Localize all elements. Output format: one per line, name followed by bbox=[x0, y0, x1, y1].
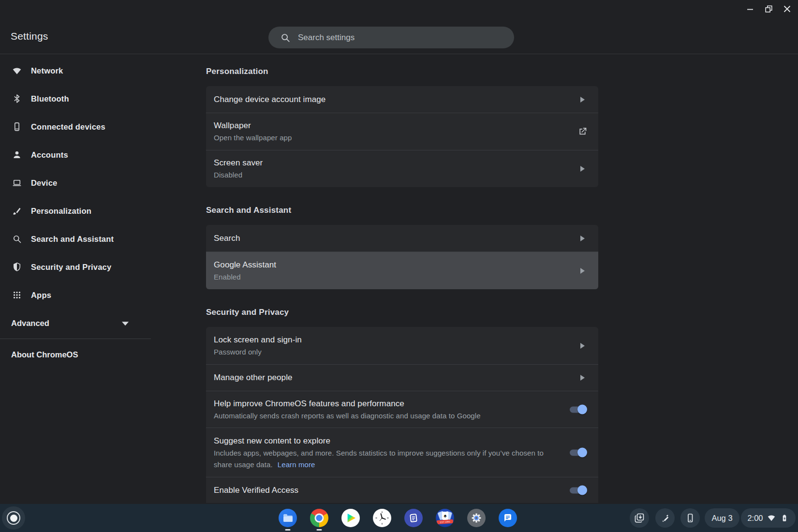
chevron-right-icon bbox=[580, 236, 585, 241]
wifi-icon bbox=[12, 66, 22, 75]
brush-icon bbox=[12, 206, 22, 216]
sidebar-advanced-expander[interactable]: Advanced bbox=[0, 309, 155, 337]
ribbon-banner: EST 1990 bbox=[437, 519, 453, 524]
shelf: ♠ EST 1990 bbox=[0, 504, 798, 532]
chromeos-desktop: Settings bbox=[0, 0, 798, 532]
apps-grid-icon bbox=[12, 290, 22, 300]
screen-capture-button[interactable] bbox=[630, 508, 649, 528]
row-title: Manage other people bbox=[214, 372, 552, 384]
row-google-assistant[interactable]: Google Assistant Enabled bbox=[206, 251, 598, 289]
row-title: Help improve ChromeOS features and perfo… bbox=[214, 398, 552, 410]
chat-bubble-glyph bbox=[502, 512, 514, 524]
row-title: Wallpaper bbox=[214, 120, 552, 132]
time-label: 2:00 bbox=[747, 514, 763, 523]
play-store-app-icon[interactable] bbox=[341, 509, 360, 527]
row-enable-verified-access[interactable]: Enable Verified Access bbox=[206, 477, 598, 503]
row-title: Google Assistant bbox=[214, 259, 552, 271]
system-tray-button[interactable]: 2:00 bbox=[741, 508, 796, 528]
row-title: Enable Verified Access bbox=[214, 485, 552, 496]
chevron-right-icon bbox=[580, 97, 585, 103]
learn-more-link[interactable]: Learn more bbox=[278, 460, 315, 469]
clock-glyph bbox=[374, 510, 390, 526]
clock-app-icon[interactable] bbox=[373, 509, 391, 527]
play-triangle-glyph bbox=[347, 514, 355, 522]
running-indicator bbox=[285, 529, 291, 531]
launcher-button[interactable] bbox=[2, 506, 25, 530]
notes-app-icon[interactable] bbox=[404, 509, 423, 527]
row-subtitle: Automatically sends crash reports as wel… bbox=[214, 411, 552, 421]
sidebar-item-label: Device bbox=[31, 178, 57, 188]
row-change-device-account-image[interactable]: Change device account image bbox=[206, 86, 598, 113]
row-title: Suggest new content to explore bbox=[214, 435, 552, 447]
toggle-verified-access[interactable] bbox=[570, 487, 587, 493]
row-help-improve-chromeos[interactable]: Help improve ChromeOS features and perfo… bbox=[206, 391, 598, 428]
restore-button[interactable] bbox=[761, 1, 776, 16]
personalization-card: Change device account image Wallpaper Op… bbox=[206, 86, 598, 187]
settings-app-icon[interactable] bbox=[467, 509, 486, 527]
search-icon bbox=[12, 234, 22, 244]
sidebar-item-security-and-privacy[interactable]: Security and Privacy bbox=[0, 253, 155, 281]
search-input[interactable] bbox=[298, 33, 501, 43]
files-app-icon[interactable] bbox=[279, 509, 297, 527]
messages-app-icon[interactable] bbox=[499, 509, 517, 527]
row-manage-other-people[interactable]: Manage other people bbox=[206, 364, 598, 391]
toggle-knob bbox=[577, 486, 587, 495]
sidebar-item-personalization[interactable]: Personalization bbox=[0, 197, 155, 225]
solitaire-app-icon[interactable]: ♠ EST 1990 bbox=[436, 509, 454, 527]
restore-icon bbox=[765, 5, 772, 13]
window-controls bbox=[743, 1, 794, 16]
sidebar-item-about-chromeos[interactable]: About ChromeOS bbox=[0, 340, 155, 369]
screen-capture-icon bbox=[634, 512, 645, 524]
external-link-icon bbox=[577, 127, 588, 137]
sidebar-item-connected-devices[interactable]: Connected devices bbox=[0, 113, 155, 141]
sidebar-item-label: Bluetooth bbox=[31, 94, 69, 103]
document-glyph bbox=[407, 511, 421, 525]
search-icon bbox=[280, 32, 291, 43]
settings-sidebar: Network Bluetooth Connected devices Acco… bbox=[0, 55, 155, 369]
gear-icon bbox=[471, 512, 482, 524]
row-subtitle: Open the wallpaper app bbox=[214, 133, 552, 143]
sidebar-item-label: Network bbox=[31, 66, 63, 75]
calendar-date-button[interactable]: Aug 3 bbox=[705, 508, 739, 528]
row-title: Lock screen and sign-in bbox=[214, 334, 552, 346]
sidebar-item-network[interactable]: Network bbox=[0, 57, 155, 85]
close-button[interactable] bbox=[780, 1, 794, 16]
minimize-button[interactable] bbox=[743, 1, 757, 16]
sidebar-item-label: Apps bbox=[31, 291, 51, 300]
row-subtitle: Enabled bbox=[214, 272, 552, 282]
battery-charging-icon bbox=[780, 513, 789, 523]
row-suggest-new-content[interactable]: Suggest new content to explore Includes … bbox=[206, 428, 598, 477]
sidebar-item-search-and-assistant[interactable]: Search and Assistant bbox=[0, 225, 155, 253]
phone-hub-button[interactable] bbox=[680, 508, 700, 528]
bluetooth-icon bbox=[12, 94, 22, 103]
toggle-help-improve[interactable] bbox=[570, 406, 587, 413]
chrome-app-icon[interactable] bbox=[310, 509, 328, 527]
sidebar-item-label: Search and Assistant bbox=[31, 235, 114, 244]
sidebar-item-accounts[interactable]: Accounts bbox=[0, 141, 155, 169]
sidebar-item-apps[interactable]: Apps bbox=[0, 281, 155, 309]
chevron-right-icon bbox=[580, 268, 585, 274]
sidebar-item-label: Accounts bbox=[31, 150, 68, 160]
section-header-search-and-assistant: Search and Assistant bbox=[206, 205, 598, 216]
person-icon bbox=[12, 150, 22, 160]
search-bar[interactable] bbox=[268, 27, 514, 48]
row-wallpaper[interactable]: Wallpaper Open the wallpaper app bbox=[206, 113, 598, 150]
settings-content: Personalization Change device account im… bbox=[206, 55, 598, 503]
folder-glyph bbox=[283, 516, 293, 522]
date-label: Aug 3 bbox=[711, 514, 732, 523]
row-screen-saver[interactable]: Screen saver Disabled bbox=[206, 150, 598, 187]
phone-icon bbox=[684, 512, 696, 524]
wifi-icon bbox=[767, 513, 776, 523]
sidebar-item-bluetooth[interactable]: Bluetooth bbox=[0, 85, 155, 113]
row-search[interactable]: Search bbox=[206, 225, 598, 251]
sidebar-item-label: Connected devices bbox=[31, 122, 105, 132]
section-header-personalization: Personalization bbox=[206, 66, 598, 77]
sidebar-item-device[interactable]: Device bbox=[0, 169, 155, 197]
row-title: Search bbox=[214, 233, 552, 244]
chevron-right-icon bbox=[580, 343, 585, 349]
close-icon bbox=[783, 5, 791, 13]
security-and-privacy-card: Lock screen and sign-in Password only Ma… bbox=[206, 327, 598, 503]
toggle-suggest-content[interactable] bbox=[570, 449, 587, 456]
row-lock-screen-and-sign-in[interactable]: Lock screen and sign-in Password only bbox=[206, 327, 598, 364]
stylus-tools-button[interactable] bbox=[655, 508, 675, 528]
